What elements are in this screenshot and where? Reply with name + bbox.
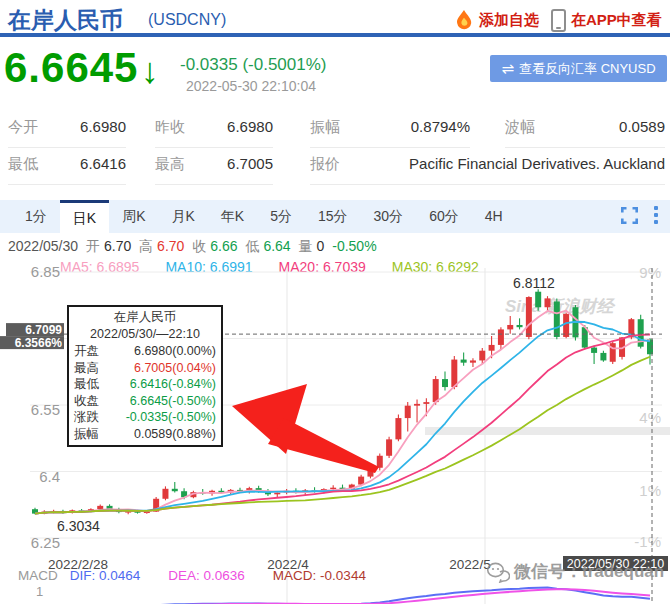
volume-value: 0 xyxy=(317,238,325,254)
low-label: 低 xyxy=(245,238,259,254)
tooltip-title: 在岸人民币 xyxy=(74,309,216,326)
stat-cell: 最低6.6416 xyxy=(8,155,126,185)
wechat-watermark-text: 微信号：tradequan xyxy=(514,560,664,583)
stat-value: Pacific Financial Derivatives. Auckland xyxy=(409,155,665,172)
y-axis-label: 6.55 xyxy=(31,401,60,418)
tab-月K[interactable]: 月K xyxy=(158,200,207,233)
stat-cell: 昨收6.6980 xyxy=(155,118,273,148)
tooltip-row-label: 收盘 xyxy=(74,393,99,410)
more-menu-icon[interactable] xyxy=(654,206,658,224)
period-tabbar: 1分日K周K月K年K5分15分30分60分4H xyxy=(0,200,670,233)
stat-cell: 报价Pacific Financial Derivatives. Aucklan… xyxy=(310,155,665,185)
price-change: -0.0335 (-0.5001%) xyxy=(180,55,326,75)
crosshair-price-badge: 6.7099 xyxy=(25,323,62,337)
low-annotation: 6.3034 xyxy=(57,518,100,534)
stat-cell: 今开6.6980 xyxy=(8,118,126,148)
stat-value: 6.6980 xyxy=(227,118,273,135)
tab-1分[interactable]: 1分 xyxy=(12,200,60,233)
red-arrow-annotation xyxy=(232,384,379,473)
y-axis-label: 6.85 xyxy=(31,263,60,280)
stat-label: 今开 xyxy=(8,118,38,137)
crosshair-pct-badge: 6.3566% xyxy=(15,336,63,350)
phone-icon xyxy=(551,9,566,32)
stat-cell: 波幅0.0589 xyxy=(505,118,665,148)
tab-4H[interactable]: 4H xyxy=(472,200,516,233)
tooltip-row-value: 6.7005(0.04%) xyxy=(134,360,216,377)
ohlc-date: 2022/05/30 xyxy=(8,238,78,254)
view-in-app-link[interactable]: 在APP中查看 xyxy=(551,9,662,32)
high-value: 6.70 xyxy=(157,238,184,254)
header-divider xyxy=(0,33,670,37)
y-axis-pct-label: 1% xyxy=(639,482,661,499)
x-axis-label: 2022/5 xyxy=(449,557,490,572)
tooltip-row: 振幅0.0589(0.88%) xyxy=(74,426,216,443)
dea-value: DEA: 0.0636 xyxy=(168,568,245,583)
y-axis-pct-label: -1% xyxy=(634,533,661,550)
open-value: 6.70 xyxy=(104,238,131,254)
wechat-icon xyxy=(486,561,510,583)
tab-日K[interactable]: 日K xyxy=(60,200,109,233)
reverse-rate-button[interactable]: ⇌ 查看反向汇率 CNYUSD xyxy=(490,55,667,82)
stat-value: 0.8794% xyxy=(411,118,470,135)
tooltip-row: 收盘6.6645(-0.50%) xyxy=(74,393,216,410)
stat-value: 0.0589 xyxy=(619,118,665,135)
stat-cell: 最高6.7005 xyxy=(155,155,273,185)
fullscreen-icon[interactable] xyxy=(621,207,638,224)
tooltip-row-value: 6.6645(-0.50%) xyxy=(130,393,216,410)
high-label: 高 xyxy=(139,238,153,254)
macd-value: MACD: -0.0344 xyxy=(273,568,366,583)
tab-30分[interactable]: 30分 xyxy=(361,200,417,233)
high-annotation: 6.8112 xyxy=(513,275,555,291)
y-axis-pct-label: 9% xyxy=(639,264,661,281)
tab-年K[interactable]: 年K xyxy=(208,200,257,233)
tooltip-row-value: 6.6980(0.00%) xyxy=(134,343,216,360)
open-label: 开 xyxy=(86,238,100,254)
last-price: 6.6645 xyxy=(4,44,138,92)
swap-arrows-icon: ⇌ xyxy=(501,60,514,78)
stat-value: 6.6416 xyxy=(80,155,126,172)
tooltip-row: 开盘6.6980(0.00%) xyxy=(74,343,216,360)
tab-15分[interactable]: 15分 xyxy=(305,200,361,233)
down-arrow-icon: ↓ xyxy=(141,50,159,92)
stat-label: 波幅 xyxy=(505,118,535,137)
tooltip-row-label: 最高 xyxy=(74,360,99,377)
tooltip-row-value: 6.6416(-0.84%) xyxy=(130,376,216,393)
tooltip-row-label: 涨跌 xyxy=(74,409,99,426)
tooltip-row-label: 最低 xyxy=(74,376,99,393)
stat-label: 报价 xyxy=(310,155,340,174)
y-axis-label: 6.4 xyxy=(39,468,60,485)
tooltip-row: 涨跌-0.0335(-0.50%) xyxy=(74,409,216,426)
tooltip-date: 2022/05/30/—22:10 xyxy=(74,326,216,343)
symbol-label: (USDCNY) xyxy=(148,11,226,29)
quote-page: 在岸人民币 (USDCNY) 添加自选 在APP中查看 6.6645 ↓ -0.… xyxy=(0,0,670,604)
low-value: 6.64 xyxy=(263,238,290,254)
macd-label: MACD xyxy=(18,568,58,583)
tooltip-row-value: 0.0589(0.88%) xyxy=(134,426,216,443)
stat-label: 最高 xyxy=(155,155,185,174)
tooltip-row-value: -0.0335(-0.50%) xyxy=(126,409,216,426)
close-value: 6.66 xyxy=(210,238,237,254)
y-axis-label: 6.25 xyxy=(31,534,60,551)
y-axis-pct-label: 4% xyxy=(639,409,661,426)
macd-legend: MACDDIF: 0.0464DEA: 0.0636MACD: -0.0344 xyxy=(18,568,394,583)
tooltip-row-label: 振幅 xyxy=(74,426,99,443)
stat-label: 最低 xyxy=(8,155,38,174)
stat-value: 6.6980 xyxy=(80,118,126,135)
stat-label: 昨收 xyxy=(155,118,185,137)
tooltip-row: 最高6.7005(0.04%) xyxy=(74,360,216,377)
stat-cell: 振幅0.8794% xyxy=(310,118,470,148)
view-in-app-label: 在APP中查看 xyxy=(571,11,662,30)
quote-timestamp: 2022-05-30 22:10:04 xyxy=(186,78,316,94)
reverse-rate-label: 查看反向汇率 CNYUSD xyxy=(519,60,656,78)
tab-60分[interactable]: 60分 xyxy=(416,200,472,233)
stat-label: 振幅 xyxy=(310,118,340,137)
stat-value: 6.7005 xyxy=(227,155,273,172)
page-title: 在岸人民币 xyxy=(8,5,123,36)
wechat-watermark: 微信号：tradequan xyxy=(486,560,664,583)
add-watchlist-link[interactable]: 添加自选 xyxy=(454,9,539,31)
tab-5分[interactable]: 5分 xyxy=(257,200,305,233)
tooltip-row-label: 开盘 xyxy=(74,343,99,360)
macd-scale-label: 1 xyxy=(36,584,43,599)
tab-周K[interactable]: 周K xyxy=(109,200,158,233)
fire-icon xyxy=(454,9,474,31)
